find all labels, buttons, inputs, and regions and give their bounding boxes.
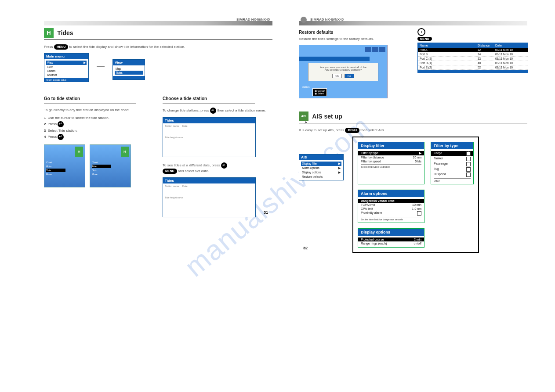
page-number: 31 [264, 210, 268, 215]
choose-desc2: To see tides at a different date, press … [163, 162, 272, 174]
step: 4Press ↵ [44, 134, 154, 140]
modal-buttons: Ok No [311, 74, 375, 78]
view-menu-item[interactable]: Map [115, 67, 143, 71]
ais-menu-title: AIS [299, 155, 343, 160]
enter-icon: ↵ [221, 162, 227, 169]
tides-panel-2: Tides Station name Date Tide height curv… [163, 177, 256, 217]
goto-desc: To go directly to any tide station displ… [44, 108, 154, 112]
info-block: i MENU Name Distance Date Port A1209/11 … [417, 28, 527, 73]
tide-station-table: Name Distance Date Port A1209/11 Mon 10 … [417, 43, 528, 73]
table-row[interactable]: Port B2409/11 Mon 10 [418, 52, 528, 57]
sub-rule [163, 104, 255, 104]
checkbox-icon[interactable] [417, 211, 421, 216]
main-menu-body: View▶ Goto Charts Another [44, 59, 88, 78]
enter-icon: ↵ [58, 134, 64, 140]
ais-menu-body: Display filter▶ Alarm options▶ Display o… [299, 160, 343, 180]
panel-row[interactable]: Filter by distance20 nm [361, 155, 421, 159]
table-row[interactable]: Port D (1)4809/11 Mon 10 [418, 61, 528, 65]
panel-row[interactable]: Range rings (each)on/off [361, 241, 421, 245]
page-header: SIMRAD NX40/NX45 [299, 18, 527, 25]
panel-row[interactable]: Hi speed [434, 172, 471, 177]
main-menu-title: Main menu [44, 54, 88, 59]
screen-side-icon: H [75, 147, 83, 157]
table-footer [418, 70, 528, 72]
screen-menu: Chart Tide Goto More [92, 161, 111, 176]
display-options-panel: Display options Projected course2 min Ra… [358, 228, 424, 248]
ais-panels-box: Display filter Filter by type▶ Filter by… [352, 137, 479, 253]
main-menu-item[interactable]: Goto [46, 65, 87, 69]
tides-panel-title: Tides [163, 118, 255, 123]
view-menu-body: Map Tides [113, 65, 145, 76]
tides-panel-body: Station name Date Tide height curve [163, 123, 255, 157]
left-page: SIMRAD NX40/NX45 H Tides Press MENU to s… [44, 18, 272, 217]
checkbox-icon[interactable] [466, 167, 471, 172]
ais-menu-item[interactable]: Alarm options▶ [301, 166, 341, 170]
panel-row[interactable]: Filter by speed0 kts [361, 159, 421, 163]
choose-column: Choose a tide station To change tide sta… [163, 94, 272, 217]
ais-menu-window: AIS Display filter▶ Alarm options▶ Displ… [299, 154, 344, 180]
table-row[interactable]: Port C (2)3309/11 Mon 10 [418, 57, 528, 61]
panel-body: Filter by type▶ Filter by distance20 nm … [358, 149, 424, 170]
ais-menu-block: AIS Display filter▶ Alarm options▶ Displ… [299, 154, 344, 189]
modal-text: AIS settings to factory defaults? [311, 68, 375, 71]
enter-icon: ↵ [210, 108, 216, 114]
panel-foot: Set the time limit for dangerous vessels [361, 217, 421, 221]
step: 3Select Tide station. [44, 129, 154, 133]
checkbox-icon[interactable] [466, 151, 471, 156]
ais-layout: AIS Display filter▶ Alarm options▶ Displ… [299, 137, 527, 253]
main-menu-item[interactable]: View▶ [46, 61, 87, 65]
info-icons: i MENU [417, 28, 527, 41]
right-page: SIMRAD NX40/NX45 Restore defaults Restor… [299, 18, 527, 253]
cursor-icon [305, 121, 308, 125]
step: 2Press ↵ [44, 121, 154, 127]
info-icon: i [417, 28, 425, 36]
no-button[interactable]: No [345, 74, 354, 78]
tides-panel2-body: Station name Date Tide height curve [163, 183, 255, 217]
step: 1Use the cursor to select the tide stati… [44, 116, 154, 120]
main-menu-item[interactable]: Charts [46, 69, 87, 73]
alarm-options-panel: Alarm options Dangerous vessel limit TCP… [358, 190, 424, 223]
table-row[interactable]: Port E (2)5209/11 Mon 10 [418, 65, 528, 70]
panel-title: Display options [358, 229, 424, 236]
panel-row[interactable]: Passenger [434, 162, 471, 167]
view-menu-title: View [113, 60, 145, 65]
goto-column: Go to tide station To go directly to any… [44, 94, 154, 217]
panel-row[interactable]: Proximity alarm [361, 211, 421, 216]
ais-menu-item[interactable]: Display options▶ [301, 170, 341, 175]
main-menu-window: Main menu View▶ Goto Charts Another Retu… [44, 53, 89, 82]
tides-icon: H [44, 28, 54, 38]
panel-row[interactable]: Tug [434, 167, 471, 172]
brand-label: SIMRAD NX40/NX45 [236, 18, 270, 22]
restore-desc: Restore the tides settings to the factor… [299, 36, 409, 41]
panel-subhead: Dangerous vessel limit [358, 199, 424, 203]
panel-row[interactable]: Projected course2 min [358, 237, 424, 241]
ais-icon: AIS [299, 111, 308, 121]
restore-block: Restore defaults Restore the tides setti… [299, 28, 409, 98]
tides-panel-1: Tides Station name Date Tide height curv… [163, 117, 256, 157]
menus-row: Main menu View▶ Goto Charts Another Retu… [44, 53, 272, 82]
main-menu-item[interactable]: Another [46, 73, 87, 77]
intro-text: Press MENU to select the tide display an… [44, 44, 272, 50]
panel-row[interactable]: Filter by type▶ [358, 151, 424, 155]
panel-row[interactable]: Cargo [431, 151, 473, 156]
panel-row[interactable]: TCPA limit10 min [361, 203, 421, 207]
menu-pill: MENU [54, 44, 69, 50]
panel-row[interactable]: Tanker [434, 156, 471, 162]
view-menu-item[interactable]: Tides [115, 71, 143, 75]
ais-menu-item[interactable]: Restore defaults [301, 175, 341, 179]
connector-line [97, 66, 105, 67]
section-heading-row: H Tides [44, 28, 272, 38]
chart-screen-left: H Chart Goto Tide More [44, 144, 85, 187]
checkbox-icon[interactable] [466, 162, 471, 166]
panel-title: Filter by type [431, 142, 473, 149]
panel-body: Dangerous vessel limit TCPA limit10 min … [358, 197, 424, 223]
section-rule [299, 123, 527, 123]
ok-button[interactable]: Ok [332, 74, 342, 78]
ais-menu-item[interactable]: Display filter▶ [301, 162, 341, 166]
header-gradient [44, 21, 272, 25]
checkbox-icon[interactable] [466, 173, 471, 177]
page-header: SIMRAD NX40/NX45 [44, 18, 272, 25]
table-row[interactable]: Port A1209/11 Mon 10 [418, 48, 528, 52]
panel-row[interactable]: CPA limit1.0 nm [361, 207, 421, 211]
checkbox-icon[interactable] [466, 157, 471, 161]
